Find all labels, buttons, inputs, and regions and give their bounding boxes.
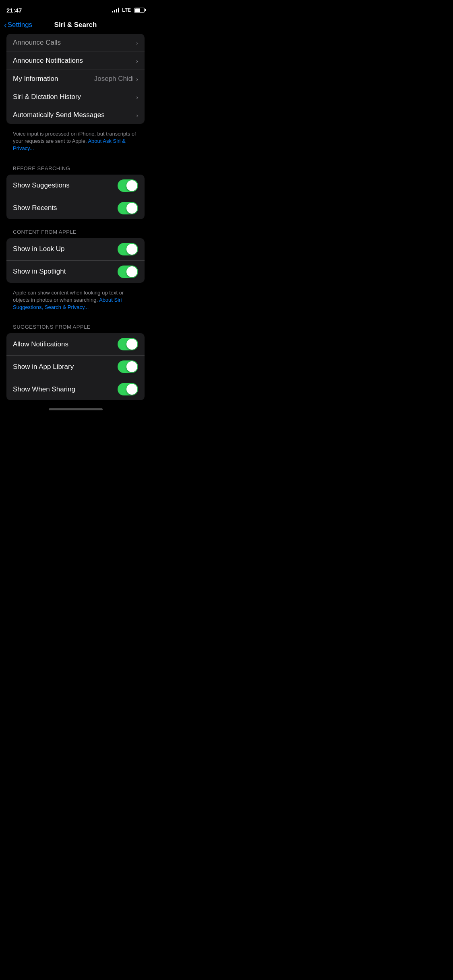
- toggle-knob: [126, 384, 137, 395]
- privacy-footer: Voice input is processed on iPhone, but …: [6, 127, 145, 159]
- back-button[interactable]: ‹ Settings: [4, 21, 32, 29]
- content-from-apple-header: CONTENT FROM APPLE: [6, 222, 145, 238]
- show-in-spotlight-label: Show in Spotlight: [13, 268, 66, 276]
- back-button-label: Settings: [8, 21, 32, 29]
- toggle-knob: [126, 203, 137, 214]
- suggestions-from-apple-header: SUGGESTIONS FROM APPLE: [6, 317, 145, 333]
- show-suggestions-label: Show Suggestions: [13, 181, 70, 189]
- toggle-knob: [126, 180, 137, 191]
- allow-notifications-row[interactable]: Allow Notifications: [6, 333, 145, 356]
- announce-calls-row[interactable]: Announce Calls ›: [6, 34, 145, 52]
- show-in-app-library-label: Show in App Library: [13, 363, 74, 371]
- status-icons: LTE: [112, 7, 145, 13]
- show-in-app-library-toggle[interactable]: [118, 360, 138, 373]
- siri-dictation-history-row[interactable]: Siri & Dictation History ›: [6, 88, 145, 106]
- my-information-label: My Information: [13, 75, 58, 83]
- show-in-look-up-row[interactable]: Show in Look Up: [6, 238, 145, 261]
- signal-bars-icon: [112, 8, 119, 12]
- show-recents-row[interactable]: Show Recents: [6, 197, 145, 219]
- chevron-icon: ›: [136, 39, 138, 46]
- status-bar: 21:47 LTE: [0, 0, 151, 18]
- announce-notifications-label: Announce Notifications: [13, 57, 83, 65]
- show-suggestions-toggle[interactable]: [118, 179, 138, 192]
- home-indicator-area: [6, 404, 145, 414]
- show-in-look-up-toggle[interactable]: [118, 243, 138, 255]
- show-in-look-up-label: Show in Look Up: [13, 245, 65, 253]
- show-in-app-library-row[interactable]: Show in App Library: [6, 356, 145, 378]
- top-settings-group: Announce Calls › Announce Notifications …: [6, 34, 145, 124]
- chevron-icon: ›: [136, 58, 138, 64]
- page-title: Siri & Search: [54, 21, 97, 29]
- my-information-value: Joseph Chidi: [94, 75, 134, 83]
- chevron-icon: ›: [136, 112, 138, 119]
- auto-send-messages-row[interactable]: Automatically Send Messages ›: [6, 106, 145, 124]
- suggestions-from-apple-group: Allow Notifications Show in App Library …: [6, 333, 145, 400]
- content-from-apple-group: Show in Look Up Show in Spotlight: [6, 238, 145, 283]
- toggle-knob: [126, 266, 137, 277]
- chevron-icon: ›: [136, 76, 138, 82]
- status-time: 21:47: [6, 7, 22, 14]
- lte-icon: LTE: [122, 7, 131, 13]
- content-footer: Apple can show content when looking up t…: [6, 286, 145, 318]
- show-recents-toggle[interactable]: [118, 202, 138, 214]
- main-content: Announce Calls › Announce Notifications …: [0, 34, 151, 414]
- allow-notifications-label: Allow Notifications: [13, 340, 68, 348]
- toggle-knob: [126, 244, 137, 255]
- nav-bar: ‹ Settings Siri & Search: [0, 18, 151, 34]
- my-information-row[interactable]: My Information Joseph Chidi ›: [6, 70, 145, 88]
- announce-notifications-row[interactable]: Announce Notifications ›: [6, 52, 145, 70]
- battery-icon: [134, 8, 145, 13]
- before-searching-group: Show Suggestions Show Recents: [6, 175, 145, 219]
- chevron-left-icon: ‹: [4, 21, 7, 29]
- toggle-knob: [126, 339, 137, 350]
- auto-send-messages-label: Automatically Send Messages: [13, 111, 105, 119]
- toggle-knob: [126, 361, 137, 372]
- show-when-sharing-label: Show When Sharing: [13, 385, 75, 393]
- show-in-spotlight-toggle[interactable]: [118, 266, 138, 278]
- siri-dictation-history-label: Siri & Dictation History: [13, 93, 81, 101]
- before-searching-header: BEFORE SEARCHING: [6, 159, 145, 175]
- show-when-sharing-row[interactable]: Show When Sharing: [6, 378, 145, 400]
- show-suggestions-row[interactable]: Show Suggestions: [6, 175, 145, 197]
- chevron-icon: ›: [136, 94, 138, 101]
- show-when-sharing-toggle[interactable]: [118, 383, 138, 395]
- show-in-spotlight-row[interactable]: Show in Spotlight: [6, 261, 145, 283]
- announce-calls-label: Announce Calls: [13, 39, 61, 47]
- allow-notifications-toggle[interactable]: [118, 338, 138, 350]
- home-indicator: [49, 408, 103, 410]
- show-recents-label: Show Recents: [13, 204, 57, 212]
